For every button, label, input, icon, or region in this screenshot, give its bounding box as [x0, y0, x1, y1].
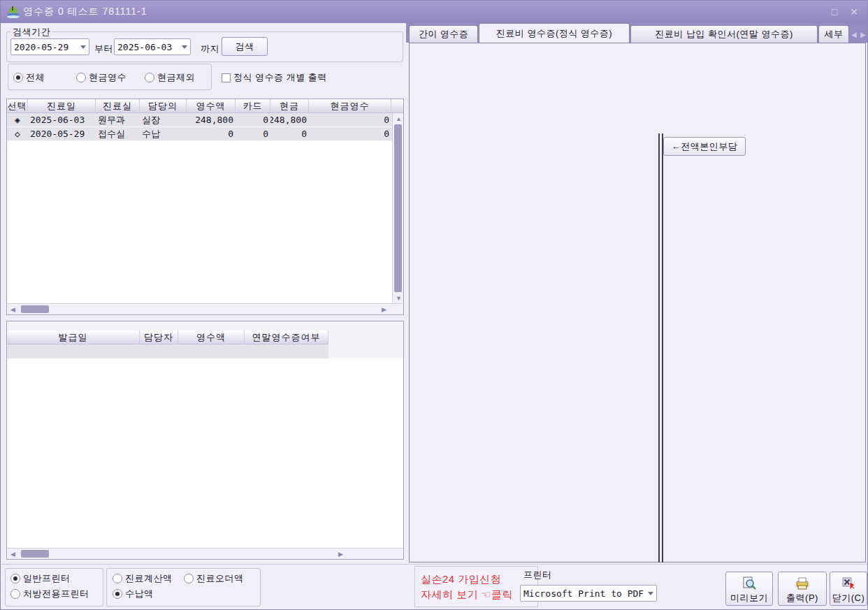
printer-select[interactable]: Microsoft Print to PDF: [520, 585, 657, 602]
row-select-marker[interactable]: ◈: [7, 113, 28, 126]
scroll-down-icon[interactable]: ▼: [396, 295, 402, 302]
maximize-icon[interactable]: □: [827, 5, 842, 19]
date-from-value: 2020-05-29: [14, 42, 68, 52]
col-yearend-status[interactable]: 연말영수증여부: [245, 331, 328, 344]
general-printer-radio[interactable]: 일반프린터: [10, 572, 71, 585]
row-select-marker[interactable]: ◇: [7, 127, 28, 140]
chevron-down-icon: [182, 45, 187, 49]
tab-payment-confirmation[interactable]: 진료비 납입 확인서(연말 영수증): [630, 25, 818, 43]
tab-simple-receipt[interactable]: 간이 영수증: [409, 25, 478, 43]
preview-magnifier-icon: [742, 575, 757, 592]
visits-table: 선택 진료일 진료실 담당의 영수액 카드 현금 현금영수 ◈ 2025-06-…: [6, 99, 404, 315]
col-card[interactable]: 카드: [236, 99, 270, 112]
order-amount-radio[interactable]: 진료오더액: [184, 572, 244, 585]
scroll-right-icon[interactable]: ▶: [382, 306, 386, 313]
titlebar: 영수증 0 테스트 781111-1 □ ✕: [1, 1, 868, 23]
filter-cash-receipt-radio[interactable]: 현금영수: [76, 71, 126, 84]
search-group-label: 검색기간: [10, 26, 52, 38]
printer-label: 프린터: [523, 569, 552, 581]
to-label: 까지: [201, 43, 219, 55]
visit-row[interactable]: ◈ 2025-06-03 원무과 실장 248,800 0 248,800 0: [7, 113, 403, 127]
scroll-left-icon[interactable]: ◀: [10, 306, 15, 313]
official-receipt-panel: [409, 43, 866, 562]
date-from-combo[interactable]: 2020-05-29: [10, 38, 89, 55]
scroll-right-icon[interactable]: ▶: [338, 551, 343, 558]
chevron-down-icon: [80, 45, 86, 49]
from-label: 부터: [94, 43, 113, 55]
receipt-window: 영수증 0 테스트 781111-1 □ ✕ 검색기간 2020-05-29 부…: [0, 0, 868, 610]
print-button[interactable]: 출력(P): [778, 572, 827, 606]
close-button[interactable]: 닫기(C): [830, 572, 867, 606]
app-icon: [6, 5, 21, 19]
visit-row[interactable]: ◇ 2020-05-29 접수실 수납 0 0 0 0: [7, 127, 403, 141]
col-visit-date[interactable]: 진료일: [28, 99, 96, 112]
printer-icon: [794, 575, 811, 592]
calc-amount-radio[interactable]: 진료계산액: [113, 572, 173, 585]
date-to-combo[interactable]: 2025-06-03: [114, 38, 191, 55]
visits-vertical-scrollbar[interactable]: ▲ ▼: [392, 113, 403, 304]
issues-table: 발급일 담당자 영수액 연말영수증여부 ◀ ▶: [6, 321, 404, 560]
search-button[interactable]: 검색: [222, 37, 268, 56]
date-to-value: 2025-06-03: [117, 42, 172, 52]
filter-cash-excluded-radio[interactable]: 현금제외: [145, 71, 195, 84]
tab-official-receipt[interactable]: 진료비 영수증(정식 영수증): [479, 23, 630, 43]
col-cash-receipt[interactable]: 현금영수: [309, 99, 391, 112]
preview-button[interactable]: 미리보기: [725, 572, 773, 606]
chevron-down-icon: [648, 592, 653, 595]
close-icon[interactable]: ✕: [846, 5, 862, 19]
official-print-checkbox[interactable]: 정식 영수증 개별 출력: [222, 71, 327, 84]
issues-horizontal-scrollbar[interactable]: ◀ ▶: [7, 548, 403, 559]
scroll-left-icon[interactable]: ◀: [10, 551, 15, 558]
issues-table-header: 발급일 담당자 영수액 연말영수증여부: [7, 331, 328, 344]
col-room[interactable]: 진료실: [96, 99, 140, 112]
grid-divider: [658, 133, 663, 562]
tabs-scroll-left-icon[interactable]: ◀: [851, 31, 857, 38]
tabs-scroll-right-icon[interactable]: ▶: [860, 31, 866, 38]
col-staff[interactable]: 담당자: [140, 331, 178, 344]
received-amount-radio[interactable]: 수납액: [113, 588, 154, 600]
prescription-printer-radio[interactable]: 처방전용프린터: [10, 588, 89, 600]
visits-table-header: 선택 진료일 진료실 담당의 영수액 카드 현금 현금영수: [7, 99, 403, 113]
tab-detail[interactable]: 세부: [818, 25, 849, 43]
visits-horizontal-scrollbar[interactable]: ◀ ▶: [7, 303, 403, 314]
full-self-pay-button[interactable]: ←전액본인부담: [663, 137, 746, 156]
col-issue-date[interactable]: 발급일: [7, 331, 140, 344]
scroll-up-icon[interactable]: ▲: [396, 115, 402, 122]
col-cash[interactable]: 현금: [270, 99, 309, 112]
filter-all-radio[interactable]: 전체: [13, 71, 45, 84]
col-select[interactable]: 선택: [7, 99, 28, 112]
col-amount[interactable]: 영수액: [187, 99, 236, 112]
col-doctor[interactable]: 담당의: [140, 99, 187, 112]
close-x-cursor-icon: [841, 575, 856, 592]
issue-row-empty[interactable]: [7, 344, 328, 359]
printer-select-value: Microsoft Print to PDF: [523, 588, 644, 599]
col-issue-amount[interactable]: 영수액: [178, 331, 245, 344]
window-title: 영수증 0 테스트 781111-1: [23, 6, 147, 18]
